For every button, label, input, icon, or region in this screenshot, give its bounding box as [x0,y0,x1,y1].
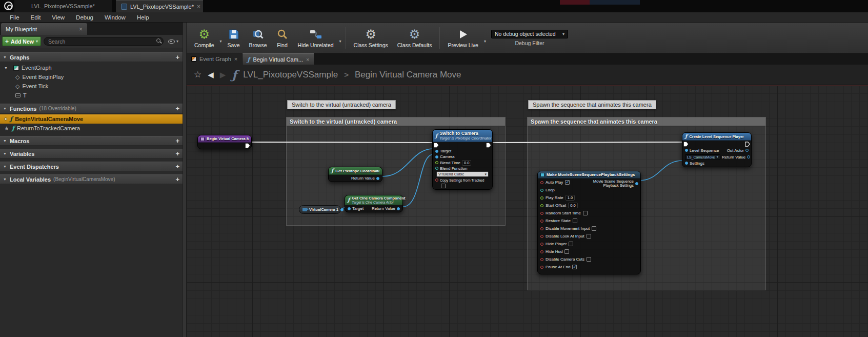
node-create-level-sequence-player[interactable]: ƒ Create Level Sequence Player Level Seq… [682,132,752,167]
node-make-playback-settings[interactable]: Make MovieSceneSequencePlaybackSettings … [537,171,641,274]
expander-icon[interactable]: ▼ [3,152,7,155]
compile-options-arrow[interactable]: ▾ [219,39,223,44]
disable-camera-cuts-checkbox[interactable] [587,257,591,262]
settings-pin[interactable] [685,162,688,165]
exec-out-pin[interactable] [486,143,491,148]
section-macros[interactable]: ▼ Macros + [0,136,183,146]
start-offset-value[interactable]: 0.0 [568,203,577,208]
tree-item-t[interactable]: T [0,91,183,100]
exec-in-pin[interactable] [683,142,689,147]
tree-item-event-tick[interactable]: ◇ Event Tick [0,82,183,91]
expander-icon[interactable]: ▼ [3,165,7,168]
browse-button[interactable]: Browse [245,24,272,52]
tab-begin-virtual-camera[interactable]: ƒ Begin Virtual Cam... × [243,53,314,65]
debug-object-dropdown[interactable]: No debug object selected ▾ [491,30,568,38]
menu-edit[interactable]: Edit [25,14,47,21]
hide-unrelated-button[interactable]: Hide Unrelated [293,24,338,52]
section-event-dispatchers[interactable]: ▼ Event Dispatchers + [0,162,183,171]
target-pin[interactable] [348,207,351,210]
menu-window[interactable]: Window [99,14,131,21]
playback-settings-output[interactable]: Movie Scene Sequence Playback Settings [590,180,638,188]
function-returntotrackedcamera[interactable]: ★ ƒ ReturnToTrackedCamera [0,124,183,133]
tab-my-blueprint[interactable]: My Blueprint × [1,23,87,35]
blend-function-dropdown[interactable]: VTBlend Cubic ▾ [436,171,489,177]
level-sequence-pin[interactable] [685,149,688,152]
menu-file[interactable]: File [4,14,25,21]
return-value-pin[interactable] [397,207,400,210]
save-button[interactable]: Save [223,24,245,52]
menu-debug[interactable]: Debug [70,14,99,21]
restore-state-checkbox[interactable] [573,219,577,223]
section-local-variables[interactable]: ▼ Local Variables (BeginVirtualCameraMov… [0,174,183,184]
node-begin-virtual-camera-move[interactable]: Begin Virtual Camera Move [197,135,252,149]
section-graphs[interactable]: ▼ Graphs + [0,52,183,62]
function-beginvirtualcameramove[interactable]: ƒ BeginVirtualCameraMove [0,114,183,124]
close-icon[interactable]: × [79,26,83,33]
copy-settings-checkbox[interactable] [441,184,446,188]
variable-out-pin[interactable] [340,208,344,211]
disable-look-at-input-checkbox[interactable] [587,234,591,239]
menu-help[interactable]: Help [131,14,155,21]
favorite-star-icon[interactable]: ☆ [194,69,201,80]
node-switch-to-camera[interactable]: ƒ Switch to Camera Target is Pixotope Co… [432,129,493,190]
panel-splitter[interactable] [183,23,187,337]
hide-hud-checkbox[interactable] [564,249,569,254]
copy-settings-pin[interactable] [435,179,438,182]
output-pin[interactable] [635,182,638,185]
out-actor-pin[interactable] [745,149,749,152]
blend-function-pin[interactable] [435,167,438,170]
hide-player-checkbox[interactable] [569,242,573,246]
visibility-filter-button[interactable]: ▾ [166,39,180,44]
expander-icon[interactable]: ▼ [4,66,8,70]
find-button[interactable]: Find [272,24,293,52]
section-functions[interactable]: ▼ Functions (18 Overridable) + [0,104,183,113]
preview-live-button[interactable]: Preview Live [443,24,483,52]
forward-arrow-icon[interactable]: ▶ [220,70,226,80]
add-function-button[interactable]: + [175,106,179,111]
node-get-pixotope-coordinator[interactable]: ƒ Get Pixotope Coordinator Return Value [328,167,382,182]
target-pin[interactable] [435,150,438,153]
back-arrow-icon[interactable]: ◀ [208,70,214,80]
add-local-variable-button[interactable]: + [175,176,179,182]
preview-live-options-arrow[interactable]: ▾ [483,39,487,44]
search-input[interactable] [44,37,164,46]
pause-at-end-checkbox[interactable] [572,265,577,269]
close-icon[interactable]: × [234,56,237,62]
add-new-button[interactable]: + Add New ▾ [2,36,41,46]
expander-icon[interactable]: ▼ [3,139,7,143]
exec-out-pin[interactable] [745,142,750,147]
blend-time-pin[interactable] [435,161,438,164]
return-value-pin[interactable] [747,155,750,158]
tab-event-graph[interactable]: Event Graph × [187,53,243,65]
node-virtualcamera-getter[interactable]: VirtualCamera 1 [299,205,341,214]
level-sequence-asset-picker[interactable]: LS_CameraMove ▾ [685,154,720,160]
menu-view[interactable]: View [46,14,70,21]
auto-play-checkbox[interactable] [565,180,570,185]
return-value-pin[interactable] [376,177,379,180]
class-settings-button[interactable]: ⚙ Class Settings [349,24,393,52]
breadcrumb-root[interactable]: LVL_PixotopeVSSample [243,70,338,80]
window-tab-blueprint[interactable]: LVL_PixotopeVSSample* × [116,0,203,12]
exec-in-pin[interactable] [434,143,439,148]
expander-icon[interactable]: ▼ [3,55,7,59]
close-icon[interactable]: × [197,3,200,10]
tree-item-eventgraph[interactable]: ▼ EventGraph [0,63,183,72]
disable-movement-input-checkbox[interactable] [592,226,596,231]
compile-button[interactable]: ⚙ Compile [190,24,219,52]
expander-icon[interactable]: ▼ [3,107,7,110]
graph-canvas[interactable]: Switch to the virtual (untracked) camera… [187,85,868,337]
expander-icon[interactable]: ▼ [3,177,7,181]
close-icon[interactable]: × [306,56,309,63]
blend-time-value[interactable]: 0.0 [462,160,471,166]
add-graph-button[interactable]: + [175,54,179,60]
section-variables[interactable]: ▼ Variables + [0,149,183,158]
camera-pin[interactable] [435,155,438,158]
play-rate-value[interactable]: 1.0 [566,195,575,201]
class-defaults-button[interactable]: ⚙ Class Defaults [393,24,437,52]
add-dispatcher-button[interactable]: + [175,164,179,169]
exec-out-pin[interactable] [245,143,250,148]
add-variable-button[interactable]: + [175,151,179,156]
tree-item-event-beginplay[interactable]: ◇ Event BeginPlay [0,72,183,82]
add-macro-button[interactable]: + [175,138,179,144]
node-get-cine-camera-component[interactable]: ƒ Get Cine Camera Component Target is Ci… [345,195,403,212]
